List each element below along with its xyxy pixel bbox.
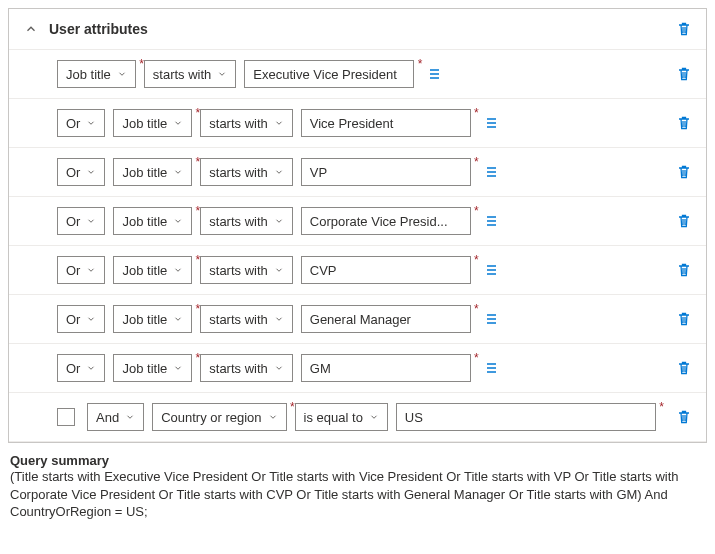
attribute-select-label: Job title (122, 263, 167, 278)
attribute-select[interactable]: Job title (113, 109, 192, 137)
chevron-down-icon (274, 314, 284, 324)
chevron-down-icon (86, 118, 96, 128)
chevron-down-icon (268, 412, 278, 422)
list-edit-button[interactable] (479, 356, 503, 380)
delete-section-button[interactable] (672, 17, 696, 41)
list-edit-button[interactable] (479, 258, 503, 282)
connector-label: Or (66, 214, 80, 229)
connector-select[interactable]: Or (57, 207, 105, 235)
connector-label: And (96, 410, 119, 425)
connector-label: Or (66, 361, 80, 376)
connector-label: Or (66, 116, 80, 131)
attribute-select-label: Job title (122, 165, 167, 180)
connector-select[interactable]: And (87, 403, 144, 431)
condition-row: Or Job title starts with General Manager (9, 295, 706, 344)
chevron-down-icon (217, 69, 227, 79)
value-input[interactable]: CVP (301, 256, 471, 284)
chevron-down-icon (86, 314, 96, 324)
chevron-down-icon (369, 412, 379, 422)
operator-select[interactable]: starts with (200, 256, 293, 284)
attribute-select-label: Job title (122, 361, 167, 376)
attribute-select[interactable]: Job title (113, 354, 192, 382)
list-edit-button[interactable] (479, 111, 503, 135)
chevron-down-icon (117, 69, 127, 79)
attribute-select[interactable]: Country or region (152, 403, 286, 431)
operator-select[interactable]: starts with (200, 158, 293, 186)
delete-row-button[interactable] (672, 307, 696, 331)
delete-row-button[interactable] (672, 405, 696, 429)
connector-label: Or (66, 165, 80, 180)
attribute-select-label: Job title (122, 116, 167, 131)
attribute-select[interactable]: Job title (113, 158, 192, 186)
chevron-down-icon (173, 314, 183, 324)
list-edit-button[interactable] (479, 307, 503, 331)
value-input[interactable]: Corporate Vice Presid... (301, 207, 471, 235)
condition-row: Or Job title starts with Corporate Vice … (9, 197, 706, 246)
operator-select-label: starts with (209, 214, 268, 229)
query-summary-title: Query summary (10, 453, 705, 468)
attribute-select[interactable]: Job title (113, 207, 192, 235)
query-summary-section: Query summary (Title starts with Executi… (8, 443, 707, 525)
list-edit-button[interactable] (479, 209, 503, 233)
chevron-down-icon (274, 118, 284, 128)
collapse-icon[interactable] (19, 17, 43, 41)
delete-row-button[interactable] (672, 258, 696, 282)
list-edit-button[interactable] (422, 62, 446, 86)
panel-header: User attributes (9, 9, 706, 50)
attribute-select[interactable]: Job title (113, 256, 192, 284)
value-input[interactable]: Vice President (301, 109, 471, 137)
connector-select[interactable]: Or (57, 158, 105, 186)
chevron-down-icon (125, 412, 135, 422)
operator-select-label: starts with (209, 361, 268, 376)
connector-label: Or (66, 263, 80, 278)
connector-select[interactable]: Or (57, 256, 105, 284)
connector-select[interactable]: Or (57, 354, 105, 382)
operator-select[interactable]: starts with (200, 354, 293, 382)
delete-row-button[interactable] (672, 111, 696, 135)
operator-select[interactable]: starts with (144, 60, 237, 88)
operator-select[interactable]: starts with (200, 305, 293, 333)
chevron-down-icon (86, 265, 96, 275)
connector-label: Or (66, 312, 80, 327)
attribute-select[interactable]: Job title (113, 305, 192, 333)
chevron-down-icon (173, 118, 183, 128)
attribute-select-label: Country or region (161, 410, 261, 425)
group-checkbox[interactable] (57, 408, 75, 426)
chevron-down-icon (173, 216, 183, 226)
operator-select-label: starts with (209, 312, 268, 327)
operator-select-label: starts with (209, 116, 268, 131)
chevron-down-icon (173, 265, 183, 275)
attribute-select-label: Job title (122, 214, 167, 229)
operator-select-label: is equal to (304, 410, 363, 425)
value-input[interactable]: GM (301, 354, 471, 382)
operator-select[interactable]: starts with (200, 207, 293, 235)
delete-row-button[interactable] (672, 62, 696, 86)
operator-select[interactable]: starts with (200, 109, 293, 137)
connector-select[interactable]: Or (57, 305, 105, 333)
condition-row-country: And Country or region is equal to US (9, 393, 706, 442)
attribute-select[interactable]: Job title (57, 60, 136, 88)
chevron-down-icon (173, 363, 183, 373)
delete-row-button[interactable] (672, 356, 696, 380)
chevron-down-icon (274, 265, 284, 275)
connector-select[interactable]: Or (57, 109, 105, 137)
operator-select-label: starts with (153, 67, 212, 82)
condition-row: Or Job title starts with VP (9, 148, 706, 197)
attribute-select-label: Job title (66, 67, 111, 82)
chevron-down-icon (173, 167, 183, 177)
list-edit-button[interactable] (479, 160, 503, 184)
value-input[interactable]: General Manager (301, 305, 471, 333)
panel-title: User attributes (49, 21, 672, 37)
value-input[interactable]: VP (301, 158, 471, 186)
condition-row: Or Job title starts with CVP (9, 246, 706, 295)
chevron-down-icon (86, 167, 96, 177)
delete-row-button[interactable] (672, 160, 696, 184)
delete-row-button[interactable] (672, 209, 696, 233)
operator-select-label: starts with (209, 263, 268, 278)
value-input[interactable]: Executive Vice President (244, 60, 414, 88)
chevron-down-icon (274, 216, 284, 226)
attribute-select-label: Job title (122, 312, 167, 327)
condition-row: Job title starts with Executive Vice Pre… (9, 50, 706, 99)
operator-select[interactable]: is equal to (295, 403, 388, 431)
value-input[interactable]: US (396, 403, 656, 431)
